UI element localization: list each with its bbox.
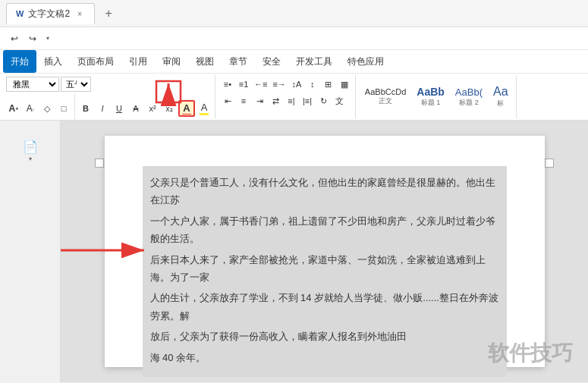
style-heading3-preview: Aa	[493, 85, 508, 99]
superscript-button[interactable]: x²	[145, 101, 160, 116]
style-heading2-label: 标题 2	[459, 98, 479, 108]
style-heading3-label: 标	[497, 99, 504, 108]
direction-button[interactable]: ↻	[316, 93, 331, 108]
toolbar: 雅黑 五号 A+ A- ◇ □ B I U A x² x₂ A	[0, 73, 588, 120]
new-tab-button[interactable]: +	[98, 3, 119, 24]
margin-marker	[95, 159, 104, 168]
align-right-button[interactable]: ⇥	[252, 93, 267, 108]
list-number-button[interactable]: ≡1	[236, 77, 251, 92]
sort-button[interactable]: ↕A	[289, 77, 304, 92]
doc-page: 父亲只是个普通工人，没有什么文化，但他出生的家庭曾经是很显赫的。他出生在江苏 一…	[61, 121, 588, 382]
text-line-6: 海 40 余年。	[150, 349, 499, 366]
strikethrough-button[interactable]: A	[128, 101, 143, 116]
menu-tabs: 开始 插入 页面布局 引用 审阅 视图 章节 安全 开发工具 特色应用	[0, 50, 588, 73]
clear-format-button[interactable]: ◇	[39, 101, 55, 116]
tab-area: W 文字文稿2 × +	[6, 0, 119, 27]
borders-button[interactable]: ⊞	[321, 77, 336, 92]
style-normal-preview: AaBbCcDd	[365, 87, 406, 96]
font-highlight-button[interactable]: A	[197, 100, 212, 117]
italic-button[interactable]: I	[95, 101, 110, 116]
nav-icon[interactable]: 📄 ▾	[15, 136, 46, 166]
chinese-layout-button[interactable]: 文	[332, 93, 347, 108]
align-left-button[interactable]: ⇤	[220, 93, 235, 108]
style-heading1[interactable]: AaBb 标题 1	[412, 77, 449, 118]
indent-decrease-button[interactable]: ←≡	[252, 77, 269, 92]
distribute-button[interactable]: ≡|	[284, 93, 299, 108]
font-name-select[interactable]: 雅黑	[6, 77, 59, 92]
doc-icon: 📄	[23, 140, 38, 154]
tab-view[interactable]: 视图	[188, 50, 222, 73]
word-icon: W	[16, 9, 24, 18]
nav-label: ▾	[29, 155, 32, 162]
redo-button[interactable]: ↪	[24, 30, 41, 47]
style-heading3[interactable]: Aa 标	[489, 77, 513, 118]
text-line-3: 后来日本人来了，家产全部被抢光，家道中落、一贫如洗，全家被迫逃难到上海。为了一家	[150, 251, 499, 287]
text-line-2: 一个大户人家，属于书香门弟，祖上遗留了不少田地和房产，父亲儿时过着少爷般的生活。	[150, 212, 499, 248]
style-heading2[interactable]: AaBb( 标题 2	[451, 77, 487, 118]
left-panel: 📄 ▾	[0, 121, 61, 382]
font-group: 雅黑 五号 A+ A- ◇ □ B I U A x² x₂ A	[3, 75, 215, 118]
page-content-area[interactable]: 父亲只是个普通工人，没有什么文化，但他出生的家庭曾经是很显赫的。他出生在江苏 一…	[143, 166, 507, 377]
tab-close-button[interactable]: ×	[74, 8, 85, 19]
quick-access-dropdown[interactable]: ▾	[42, 30, 53, 47]
font-color-button[interactable]: A	[178, 100, 195, 117]
align-justify-button[interactable]: ⇄	[268, 93, 283, 108]
column-select-button[interactable]: |≡|	[300, 93, 315, 108]
style-normal[interactable]: AaBbCcDd 正文	[360, 77, 410, 118]
right-margin	[545, 136, 556, 367]
align-center-button[interactable]: ≡	[236, 93, 251, 108]
quick-access-toolbar: ↩ ↪ ▾	[0, 27, 588, 50]
subscript-button[interactable]: x₂	[162, 101, 177, 116]
style-normal-label: 正文	[379, 96, 392, 106]
indent-increase-button[interactable]: ≡→	[270, 77, 288, 92]
tab-insert[interactable]: 插入	[36, 50, 70, 73]
text-line-1: 父亲只是个普通工人，没有什么文化，但他出生的家庭曾经是很显赫的。他出生在江苏	[150, 174, 499, 209]
document-page: 父亲只是个普通工人，没有什么文化，但他出生的家庭曾经是很显赫的。他出生在江苏 一…	[105, 136, 545, 367]
title-bar: W 文字文稿2 × +	[0, 0, 588, 27]
tab-special[interactable]: 特色应用	[340, 50, 391, 73]
document-tab[interactable]: W 文字文稿2 ×	[6, 3, 95, 24]
tab-security[interactable]: 安全	[255, 50, 288, 73]
paragraph-group: ≡• ≡1 ←≡ ≡→ ↕A ↕ ⊞ ▦ ⇤ ≡ ⇥ ⇄ ≡| |≡| ↻ 文	[217, 75, 356, 118]
font-highlight-indicator	[200, 113, 209, 115]
font-size-decrease-button[interactable]: A-	[23, 101, 38, 116]
font-color-letter: A	[183, 102, 190, 114]
line-spacing-button[interactable]: ↕	[305, 77, 320, 92]
tab-section[interactable]: 章节	[222, 50, 255, 73]
style-heading1-label: 标题 1	[421, 98, 441, 108]
font-highlight-letter: A	[201, 102, 208, 113]
font-size-select[interactable]: 五号	[61, 77, 91, 92]
tab-home[interactable]: 开始	[3, 50, 36, 73]
font-size-increase-button[interactable]: A+	[6, 101, 21, 116]
textbox-button[interactable]: □	[56, 101, 71, 116]
tab-devtools[interactable]: 开发工具	[288, 50, 340, 73]
undo-button[interactable]: ↩	[6, 30, 23, 47]
ribbon: ↩ ↪ ▾ 开始 插入 页面布局 引用 审阅 视图 章节 安全 开发工具 特色应…	[0, 27, 588, 121]
separator	[74, 93, 75, 120]
underline-button[interactable]: U	[112, 101, 127, 116]
text-line-4: 人的生计，父亲放弃了学业，不到 14 岁就给人当学徒、做小贩......整日在外…	[150, 289, 499, 325]
document-area: 📄 ▾ 父亲只是个普通工人，没有什么文化，但他出生的家庭曾经是很显赫的。他出生在…	[0, 121, 588, 382]
style-heading2-preview: AaBb(	[455, 86, 483, 98]
right-margin-marker	[545, 159, 554, 168]
list-bullet-button[interactable]: ≡•	[220, 77, 235, 92]
text-line-5: 放后，父亲为了获得一份高收入，瞒着家人报名到外地油田	[150, 328, 499, 345]
left-margin	[93, 136, 105, 367]
tab-references[interactable]: 引用	[121, 50, 155, 73]
styles-group: AaBbCcDd 正文 AaBb 标题 1 AaBb( 标题 2 Aa 标	[357, 75, 517, 118]
tab-label: 文字文稿2	[28, 8, 70, 20]
bold-button[interactable]: B	[78, 101, 93, 116]
font-color-indicator	[182, 114, 191, 115]
page-container: 父亲只是个普通工人，没有什么文化，但他出生的家庭曾经是很显赫的。他出生在江苏 一…	[76, 136, 573, 367]
tab-page-layout[interactable]: 页面布局	[70, 50, 121, 73]
style-heading1-preview: AaBb	[417, 86, 445, 98]
shading-button[interactable]: ▦	[337, 77, 352, 92]
tab-review[interactable]: 审阅	[155, 50, 188, 73]
